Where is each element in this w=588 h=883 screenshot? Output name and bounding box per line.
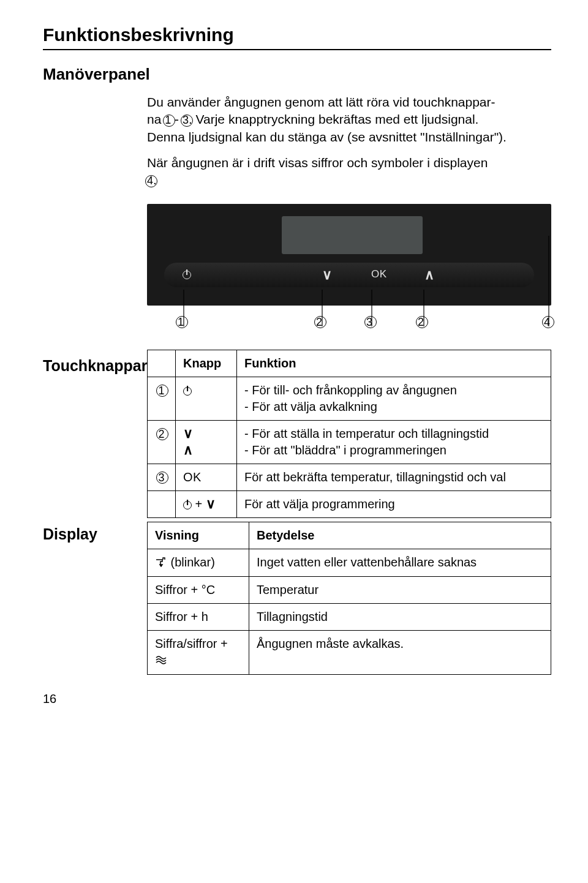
table-row: 1 - För till- och frånkoppling av ångugn… [148, 377, 551, 420]
touchknappar-table: Knapp Funktion 1 - För till- och frånkop… [147, 350, 551, 518]
row-desc: För att välja programmering [237, 490, 551, 517]
blinkar-text: (blinkar) [167, 555, 215, 569]
table-header-visning: Visning [148, 522, 249, 549]
display-table: Visning Betydelse (blinkar) Inget vatten… [147, 522, 551, 675]
document-page: Funktionsbeskrivning Manöverpanel Du anv… [0, 0, 588, 724]
vis-text: Siffror + °C [148, 576, 249, 603]
table-row: Siffra/siffror + Ångugnen måste avkalkas… [148, 630, 551, 674]
table-header-funktion: Funktion [237, 350, 551, 377]
intro-paragraph-2: När ångugnen är i drift visas siffror oc… [147, 154, 551, 189]
descale-icon [155, 653, 167, 669]
table-row: + ∨ För att välja programmering [148, 490, 551, 517]
display-section: Display Visning Betydelse (blinkar) Inge… [43, 518, 551, 675]
table-header-betydelse: Betydelse [249, 522, 551, 549]
row-desc: - För att ställa in temperatur och tilla… [237, 420, 551, 464]
text: Du använder ångugnen genom att lätt röra… [147, 95, 496, 109]
intro-paragraph-1: Du använder ångugnen genom att lätt röra… [147, 94, 551, 146]
touch-strip: ∨ OK ∧ [164, 263, 534, 287]
touchknappar-heading: Touchknappar [43, 357, 147, 375]
vis-text: Siffror + h [148, 603, 249, 630]
chevron-up-icon: ∧ [424, 268, 434, 282]
row-mean: Tillagningstid [249, 603, 551, 630]
chevron-up-icon: ∧ [183, 442, 193, 457]
row-ref-1: 1 [158, 385, 164, 396]
text: . Varje knapptryckning bekräftas med ett… [189, 112, 479, 126]
chevron-down-icon: ∨ [322, 268, 332, 282]
ok-button-label: OK [371, 268, 387, 280]
callout-2a: 2 [316, 317, 322, 328]
ref-circle-3: 3 [183, 115, 189, 126]
power-icon [183, 387, 192, 396]
ok-label: OK [176, 464, 237, 490]
chevron-down-icon: ∨ [206, 496, 216, 511]
row-desc: - För till- och frånkoppling av ångugnen… [237, 377, 551, 420]
table-row: 3 OK För att bekräfta temperatur, tillag… [148, 464, 551, 490]
faucet-icon [155, 555, 167, 571]
control-panel: ∨ OK ∧ [147, 204, 551, 306]
callout-1: 1 [178, 317, 184, 328]
chevron-down-icon: ∨ [183, 426, 193, 441]
callout-3: 3 [366, 317, 372, 328]
callout-row: 1 2 3 2 4 [147, 317, 551, 337]
ref-circle-4: 4 [147, 175, 153, 186]
callout-2b: 2 [418, 317, 424, 328]
control-panel-illustration: ∨ OK ∧ [147, 204, 551, 306]
power-icon [183, 268, 191, 281]
table-row: (blinkar) Inget vatten eller vattenbehål… [148, 549, 551, 576]
row-ref-2: 2 [158, 429, 164, 440]
text: När ångugnen är i drift visas siffror oc… [147, 156, 488, 170]
table-row: Siffror + h Tillagningstid [148, 603, 551, 630]
display-heading: Display [43, 525, 147, 543]
table-header-blank [148, 350, 176, 377]
table-row: Siffror + °C Temperatur [148, 576, 551, 603]
callout-4: 4 [544, 317, 550, 328]
text: Denna ljudsignal kan du stänga av (se av… [147, 129, 551, 146]
touchknappar-section: Touchknappar Knapp Funktion 1 - För till… [43, 350, 551, 518]
title-rule [43, 49, 551, 50]
row-mean: Inget vatten eller vattenbehållare sakna… [249, 549, 551, 576]
row-desc: För att bekräfta temperatur, tillagnings… [237, 464, 551, 490]
subheading-manoverpanel: Manöverpanel [43, 65, 551, 84]
table-row: 2 ∨ ∧ - För att ställa in temperatur och… [148, 420, 551, 464]
section-title: Funktionsbeskrivning [43, 24, 551, 45]
text: na [147, 112, 165, 126]
ref-circle-1: 1 [165, 115, 171, 126]
row-mean: Ångugnen måste avkalkas. [249, 630, 551, 674]
row-mean: Temperatur [249, 576, 551, 603]
plus-text: + [195, 497, 206, 511]
power-icon [183, 501, 192, 509]
row-ref-3: 3 [158, 472, 164, 483]
table-header-knapp: Knapp [176, 350, 237, 377]
page-number: 16 [43, 692, 551, 706]
panel-display-area [282, 216, 423, 254]
vis-prefix: Siffra/siffror + [155, 637, 228, 650]
